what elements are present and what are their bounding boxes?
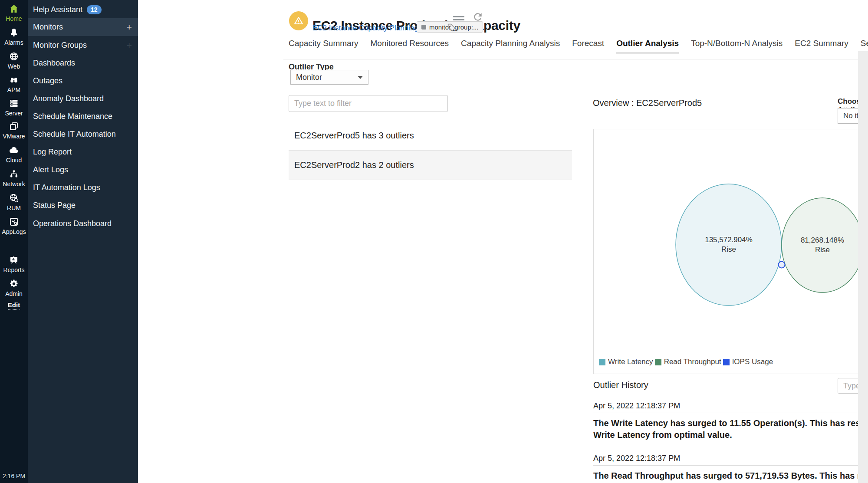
outlier-bubble-chart-panel: 135,572.904%Rise 81,268.148%Rise Write L…	[593, 129, 868, 374]
divider	[593, 465, 868, 466]
help-assistant-badge: 12	[87, 5, 102, 14]
sidebar-item-operations-dashboard[interactable]: Operations Dashboard	[28, 215, 138, 233]
rail-item-vmware[interactable]: VMware	[0, 121, 28, 140]
reports-icon	[9, 255, 19, 265]
sidebar-item-label: Schedule Maintenance	[33, 112, 112, 121]
sidebar-item-schedule-maintenance[interactable]: Schedule Maintenance	[28, 108, 138, 125]
sidebar-item-label: Alert Logs	[33, 165, 68, 174]
rail-item-server[interactable]: Server	[0, 98, 28, 117]
tab-bar: Capacity SummaryMonitored ResourcesCapac…	[289, 39, 868, 54]
sidebar-item-status-page[interactable]: Status Page	[28, 197, 138, 214]
outlier-history-title: Outlier History	[593, 380, 648, 390]
sidebar-item-monitor-groups[interactable]: Monitor Groups+	[28, 36, 138, 54]
tab-capacity-planning-analysis[interactable]: Capacity Planning Analysis	[461, 39, 560, 52]
alarms-icon	[9, 27, 19, 38]
legend-swatch	[599, 359, 605, 365]
sidebar-item-alert-logs[interactable]: Alert Logs	[28, 161, 138, 179]
divider	[283, 59, 868, 59]
tab-capacity-summary[interactable]: Capacity Summary	[289, 39, 358, 52]
chart-legend: Write LatencyRead ThroughputIOPS Usage	[599, 358, 775, 366]
rail-item-web[interactable]: Web	[0, 51, 28, 70]
legend-swatch	[655, 359, 661, 365]
network-icon	[9, 169, 19, 179]
sidebar-item-label: IT Automation Logs	[33, 183, 100, 192]
legend-swatch	[723, 359, 730, 365]
rail-item-apm[interactable]: APM	[0, 75, 28, 93]
home-icon	[9, 3, 19, 14]
sidebar-item-label: Status Page	[33, 201, 76, 210]
sidebar-menu: Help Assistant12Monitors+Monitor Groups+…	[28, 0, 138, 483]
sidebar-item-label: Dashboards	[33, 59, 75, 68]
screen: Edit 2:16 PM HomeAlarmsWebAPMServerVMwar…	[0, 0, 868, 483]
bubble-read-throughput[interactable]	[782, 198, 863, 292]
add-icon[interactable]: +	[126, 23, 132, 32]
sidebar-item-anomaly-dashboard[interactable]: Anomaly Dashboard	[28, 90, 138, 108]
sidebar-item-label: Monitors	[33, 23, 63, 32]
sidebar-item-help-assistant[interactable]: Help Assistant12	[28, 1, 138, 19]
tags-icon[interactable]	[447, 23, 457, 34]
bubble-iops-usage[interactable]	[779, 262, 785, 268]
rail-item-admin[interactable]: Admin	[0, 279, 28, 297]
rail-item-network[interactable]: Network	[0, 169, 28, 187]
tab-server-agent-metrics[interactable]: Server Agent Metrics	[861, 39, 868, 52]
sidebar-item-log-report[interactable]: Log Report	[28, 143, 138, 161]
tab-ec2-summary[interactable]: EC2 Summary	[795, 39, 848, 52]
sidebar-item-outages[interactable]: Outages	[28, 72, 138, 90]
rail-item-label: Admin	[5, 290, 23, 297]
rail-item-label: Cloud	[6, 157, 22, 164]
legend-label: Write Latency	[608, 358, 653, 366]
warning-triangle-icon	[293, 16, 304, 26]
outlier-list-item[interactable]: EC2ServerProd2 has 2 outliers	[289, 151, 572, 180]
outlier-type-value: Monitor	[296, 73, 322, 82]
rail-item-label: VMware	[3, 133, 25, 140]
clock-time: 2:16 PM	[0, 473, 28, 480]
overview-title: Overview : EC2ServerProd5	[593, 98, 702, 108]
legend-item-iops-usage[interactable]: IOPS Usage	[723, 358, 773, 366]
add-icon[interactable]: +	[126, 41, 132, 50]
divider	[283, 87, 868, 87]
legend-item-read-throughput[interactable]: Read Throughput	[655, 358, 721, 366]
bubble-write-latency[interactable]	[676, 184, 782, 306]
outlier-list-item-label: EC2ServerProd2 has 2 outliers	[294, 160, 414, 170]
rail-item-label: Home	[6, 15, 22, 22]
sidebar-item-dashboards[interactable]: Dashboards	[28, 54, 138, 72]
outlier-type-select[interactable]: Monitor	[290, 70, 368, 85]
rail-item-home[interactable]: Home	[0, 3, 28, 22]
rail-item-reports[interactable]: Reports	[0, 255, 28, 273]
monitor-status-warning-icon	[289, 11, 308, 30]
scrollbar-gutter[interactable]	[858, 51, 868, 483]
rail-item-cloud[interactable]: Cloud	[0, 145, 28, 164]
sidebar-item-label: Outages	[33, 76, 62, 85]
sidebar-item-label: Log Report	[33, 148, 72, 157]
sidebar-item-schedule-it-automation[interactable]: Schedule IT Automation	[28, 125, 138, 143]
sidebar-item-it-automation-logs[interactable]: IT Automation Logs	[28, 179, 138, 197]
chevron-down-icon	[358, 76, 363, 79]
rail-edit-label: Edit	[8, 301, 20, 310]
rail-item-applogs[interactable]: AppLogs	[0, 217, 28, 235]
rail-edit-button[interactable]: Edit	[0, 301, 28, 309]
applogs-icon	[9, 217, 19, 227]
legend-item-write-latency[interactable]: Write Latency	[599, 358, 653, 366]
tab-top-n-bottom-n-analysis[interactable]: Top-N/Bottom-N Analysis	[691, 39, 783, 52]
rail-item-label: Server	[5, 110, 23, 117]
outlier-list-filter-input[interactable]	[289, 95, 448, 112]
history-entry-text: The Read Throughput has surged to 571,71…	[593, 470, 868, 483]
tab-outlier-analysis[interactable]: Outlier Analysis	[616, 39, 679, 54]
server-icon	[9, 98, 19, 108]
tag-chip-square-icon	[421, 25, 426, 30]
sidebar-item-label: Operations Dashboard	[33, 219, 112, 228]
history-entry-timestamp: Apr 5, 2022 12:18:37 PM	[593, 401, 680, 411]
outlier-list-item[interactable]: EC2ServerProd5 has 3 outliers	[289, 121, 572, 151]
tab-monitored-resources[interactable]: Monitored Resources	[371, 39, 449, 52]
rail-item-label: AppLogs	[2, 228, 26, 235]
divider	[593, 413, 868, 413]
rail-item-label: APM	[7, 86, 20, 93]
tab-forecast[interactable]: Forecast	[572, 39, 604, 52]
cloud-icon	[9, 145, 19, 155]
apm-icon	[9, 75, 19, 85]
breadcrumb-monitor-group-link[interactable]: EC2 Instance Capacity Planning	[312, 24, 418, 33]
rail-item-alarms[interactable]: Alarms	[0, 27, 28, 46]
sidebar-item-monitors[interactable]: Monitors+	[28, 18, 138, 36]
rail-item-rum[interactable]: RUM	[0, 193, 28, 211]
rail-item-label: Reports	[3, 266, 24, 273]
